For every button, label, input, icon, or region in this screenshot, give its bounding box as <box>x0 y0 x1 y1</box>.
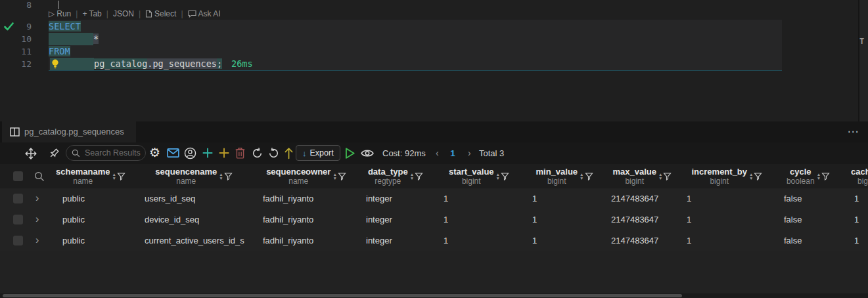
filter-icon[interactable] <box>501 172 509 181</box>
cell-sequenceowner[interactable]: fadhil_riyanto <box>263 209 313 230</box>
search-results-box[interactable] <box>66 145 146 161</box>
export-button[interactable]: ↓ Export <box>296 145 340 161</box>
sql-editor[interactable]: 8 9 10 11 12 ▷Run | +Tab | JSON | Select… <box>0 0 868 121</box>
select-all-checkbox[interactable] <box>13 171 23 181</box>
cell-cache-size[interactable]: 1 <box>854 188 868 209</box>
cell-sequencename[interactable]: users_id_seq <box>145 188 258 209</box>
cell-schemaname[interactable]: public <box>62 188 85 209</box>
cell-start-value[interactable]: 1 <box>444 230 448 251</box>
row-search-icon[interactable] <box>34 171 45 182</box>
sort-icon[interactable]: ▲▼ <box>580 173 583 180</box>
cell-cycle[interactable]: false <box>784 188 802 209</box>
filter-icon[interactable] <box>663 172 672 181</box>
cell-max-value[interactable]: 2147483647 <box>611 209 658 230</box>
row-expand-chevron[interactable]: › <box>35 209 39 229</box>
cell-min-value[interactable]: 1 <box>532 188 537 209</box>
table-row[interactable]: › public device_id_seq fadhil_riyanto in… <box>0 209 868 230</box>
column-header-max-value[interactable]: max_valuebigint ▲▼ <box>605 164 680 188</box>
row-expand-chevron[interactable]: › <box>35 230 39 250</box>
filter-icon[interactable] <box>821 172 830 181</box>
delete-trash-icon[interactable] <box>235 147 246 159</box>
cell-sequenceowner[interactable]: fadhil_riyanto <box>263 230 313 251</box>
codelens-select[interactable]: Select <box>145 9 176 18</box>
cell-min-value[interactable]: 1 <box>532 209 537 230</box>
results-tab[interactable]: pg_catalog.pg_sequences <box>2 121 136 142</box>
cell-increment-by[interactable]: 1 <box>687 230 691 251</box>
row-checkbox[interactable] <box>13 236 23 245</box>
filter-icon[interactable] <box>415 172 423 181</box>
codelens-run[interactable]: ▷Run <box>49 9 71 18</box>
page-prev-button[interactable]: ‹ <box>436 142 439 164</box>
cell-data-type[interactable]: integer <box>366 209 392 230</box>
column-header-cache-size[interactable]: cache_size <box>851 167 868 177</box>
sort-icon[interactable]: ▲▼ <box>658 173 662 180</box>
minimap[interactable] <box>859 0 868 121</box>
row-checkbox[interactable] <box>13 194 23 203</box>
column-header-cycle[interactable]: cycleboolean ▲▼ <box>774 164 842 188</box>
cell-increment-by[interactable]: 1 <box>687 188 691 209</box>
cell-cycle[interactable]: false <box>784 209 802 230</box>
cell-sequencename[interactable]: current_active_users_id_s <box>145 230 258 251</box>
cell-data-type[interactable]: integer <box>366 230 392 251</box>
codelens-new-tab[interactable]: +Tab <box>82 9 101 18</box>
cell-max-value[interactable]: 2147483647 <box>611 230 658 251</box>
column-header-increment-by[interactable]: increment_bybigint ▲▼ <box>680 164 774 188</box>
user-account-icon[interactable] <box>184 147 196 160</box>
run-play-icon[interactable] <box>344 147 355 160</box>
filter-icon[interactable] <box>585 172 593 181</box>
mail-icon[interactable] <box>167 148 179 158</box>
sort-icon[interactable]: ▲▼ <box>749 173 753 180</box>
page-next-button[interactable]: › <box>468 142 471 164</box>
pin-icon[interactable] <box>48 148 60 160</box>
cell-max-value[interactable]: 2147483647 <box>611 188 658 209</box>
sort-icon[interactable]: ▲▼ <box>219 173 223 180</box>
sort-icon[interactable]: ▲▼ <box>817 173 821 180</box>
preview-eye-icon[interactable] <box>361 148 374 158</box>
cell-cache-size[interactable]: 1 <box>854 209 868 230</box>
cell-cycle[interactable]: false <box>784 230 802 251</box>
filter-icon[interactable] <box>224 172 233 181</box>
codelens-json[interactable]: JSON <box>113 9 134 18</box>
move-icon[interactable] <box>25 148 37 160</box>
cell-cache-size[interactable]: 1 <box>854 230 868 251</box>
horizontal-scrollbar-thumb[interactable] <box>3 294 682 297</box>
cell-start-value[interactable]: 1 <box>444 209 448 230</box>
sort-icon[interactable]: ▲▼ <box>496 173 500 180</box>
cell-schemaname[interactable]: public <box>62 209 85 230</box>
rerun-rotate-icon[interactable] <box>267 147 280 160</box>
settings-gear-icon[interactable]: ⚙ <box>149 144 160 161</box>
cell-min-value[interactable]: 1 <box>532 230 537 251</box>
lightbulb-icon[interactable] <box>51 59 59 69</box>
column-header-schemaname[interactable]: schemanamename ▲▼ <box>49 164 133 188</box>
column-header-start-value[interactable]: start_valuebigint ▲▼ <box>434 164 524 188</box>
table-row[interactable]: › public current_active_users_id_s fadhi… <box>0 230 868 251</box>
code-line-10[interactable]: * <box>93 33 99 45</box>
column-header-data-type[interactable]: data_typeregtype ▲▼ <box>357 164 434 188</box>
column-header-sequenceowner[interactable]: sequenceownername ▲▼ <box>255 164 357 188</box>
filter-icon[interactable] <box>754 172 762 181</box>
column-header-min-value[interactable]: min_valuebigint ▲▼ <box>524 164 605 188</box>
table-row[interactable]: › public users_id_seq fadhil_riyanto int… <box>0 188 868 209</box>
refresh-icon[interactable] <box>251 147 263 160</box>
sort-icon[interactable]: ▲▼ <box>410 173 414 180</box>
codelens-ask-ai[interactable]: Ask AI <box>188 9 221 18</box>
sort-icon[interactable]: ▲▼ <box>112 173 116 180</box>
sort-icon[interactable]: ▲▼ <box>332 173 336 180</box>
cell-data-type[interactable]: integer <box>366 188 392 209</box>
row-checkbox[interactable] <box>13 215 23 224</box>
cell-sequencename[interactable]: device_id_seq <box>145 209 258 230</box>
row-expand-chevron[interactable]: › <box>35 188 39 208</box>
cell-start-value[interactable]: 1 <box>444 188 448 209</box>
cell-increment-by[interactable]: 1 <box>687 209 691 230</box>
add-row-icon[interactable] <box>202 147 214 159</box>
filter-icon[interactable] <box>338 172 346 181</box>
search-input[interactable] <box>83 148 143 158</box>
code-line-12[interactable]: pg_catalog.pg_sequences;26ms <box>94 58 253 70</box>
add-copy-icon[interactable] <box>218 147 230 159</box>
filter-icon[interactable] <box>117 172 126 181</box>
code-line-9[interactable]: SELECT <box>49 20 81 33</box>
upload-arrow-icon[interactable] <box>284 147 294 160</box>
cell-schemaname[interactable]: public <box>62 230 85 251</box>
code-line-11[interactable]: FROM <box>49 45 70 58</box>
column-header-sequencename[interactable]: sequencenamename ▲▼ <box>133 164 255 188</box>
